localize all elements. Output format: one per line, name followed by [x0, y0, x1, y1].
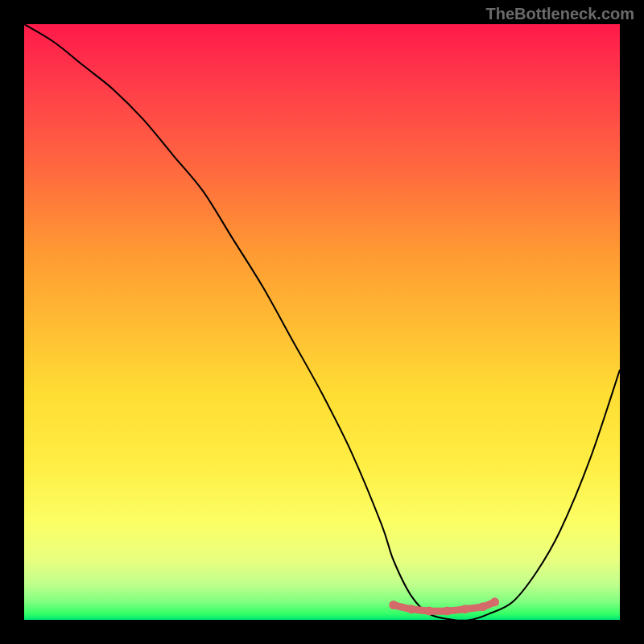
chart-svg [24, 24, 620, 620]
marker-dot [490, 597, 499, 606]
bottleneck-curve [24, 24, 620, 620]
marker-dot [443, 606, 452, 615]
marker-dot [389, 601, 398, 609]
marker-dot [425, 606, 434, 615]
watermark-text: TheBottleneck.com [486, 5, 634, 23]
marker-dot [478, 602, 487, 611]
marker-dot [407, 605, 416, 613]
chart-plot-area [24, 24, 620, 620]
marker-dot [460, 605, 469, 613]
